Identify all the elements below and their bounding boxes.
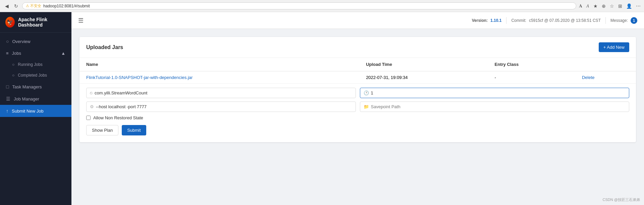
browser-icon-1[interactable]: 𝐀 [579, 3, 582, 9]
sidebar: 🦅 Apache Flink Dashboard ○ Overview ≡ Jo… [0, 12, 71, 205]
args-input-wrapper[interactable]: ⚙ [86, 101, 356, 112]
app-container: 🦅 Apache Flink Dashboard ○ Overview ≡ Jo… [0, 12, 644, 205]
sidebar-item-label-task-managers: Task Managers [12, 84, 42, 89]
reload-button[interactable]: ↻ [13, 3, 19, 9]
address-bar[interactable]: ⚠ 不安全 hadoop102:8081/#/submit [22, 2, 576, 9]
jar-name-link[interactable]: FlinkTutorial-1.0-SNAPSHOT-jar-with-depe… [86, 75, 193, 80]
commit-label: Commit: [511, 18, 526, 23]
message-label: Message: [610, 18, 628, 23]
version-value: 1.10.1 [490, 18, 501, 23]
allow-non-restored-label[interactable]: Allow Non Restored State [93, 115, 143, 120]
savepoint-input-wrapper[interactable]: 📁 [360, 101, 630, 112]
browser-icon-8[interactable]: ⋯ [636, 3, 641, 9]
savepoint-input[interactable] [371, 102, 626, 112]
hamburger-button[interactable]: ☰ [78, 17, 84, 24]
submit-form: ⎋ 🕐 ⚙ 📁 [79, 84, 636, 142]
entry-class-input-wrapper[interactable]: ⎋ [86, 88, 356, 98]
allow-non-restored-row: Allow Non Restored State [86, 115, 629, 120]
browser-icon-3[interactable]: ★ [593, 3, 598, 9]
security-warning: ⚠ 不安全 [26, 3, 41, 8]
main-content: ☰ Version: 1.10.1 Commit: c5915cf @ 07.0… [71, 12, 644, 205]
sidebar-item-submit-new-job[interactable]: ↑ Submit New Job [0, 105, 71, 117]
savepoint-icon: 📁 [364, 104, 369, 109]
show-plan-button[interactable]: Show Plan [86, 125, 118, 135]
add-new-button[interactable]: + Add New [599, 42, 629, 52]
jobs-chevron-icon: ▲ [61, 51, 65, 56]
table-header-row: Name Upload Time Entry Class [79, 58, 636, 71]
task-managers-icon: □ [6, 84, 9, 89]
browser-bar: ◀ ↻ ⚠ 不安全 hadoop102:8081/#/submit 𝐀 𝐴 ★ … [0, 0, 644, 12]
browser-icon-6[interactable]: ⊞ [618, 3, 622, 9]
job-manager-icon: ☰ [6, 96, 10, 101]
jobs-left: ≡ Jobs [6, 51, 21, 56]
sidebar-item-completed-jobs[interactable]: ○ Completed Jobs [0, 70, 71, 81]
version-label: Version: [472, 18, 488, 23]
args-savepoint-row: ⚙ 📁 [86, 101, 629, 112]
col-entry-class: Entry Class [488, 58, 575, 71]
col-name: Name [79, 58, 359, 71]
page-body: Uploaded Jars + Add New Name Upload Time… [71, 29, 644, 205]
header-right: Version: 1.10.1 Commit: c5915cf @ 07.05.… [472, 17, 637, 24]
browser-icon-5[interactable]: ☆ [610, 3, 614, 9]
sidebar-item-job-manager[interactable]: ☰ Job Manager [0, 93, 71, 105]
submit-button[interactable]: Submit [122, 125, 146, 135]
entry-class-row: ⎋ 🕐 [86, 88, 629, 98]
sidebar-item-label-running-jobs: Running Jobs [18, 62, 42, 67]
completed-jobs-icon: ○ [12, 73, 14, 78]
col-upload-time: Upload Time [359, 58, 488, 71]
args-input[interactable] [96, 102, 352, 112]
card-title: Uploaded Jars [86, 44, 123, 50]
col-action [575, 58, 636, 71]
url-text: hadoop102:8081/#/submit [43, 4, 90, 8]
browser-icon-4[interactable]: ⊕ [602, 3, 606, 9]
sidebar-item-label-overview: Overview [12, 39, 30, 44]
browser-icon-7[interactable]: 👤 [626, 3, 632, 9]
logo-text: Apache Flink Dashboard [18, 17, 66, 28]
sidebar-item-label-jobs: Jobs [12, 51, 21, 56]
message-badge[interactable]: 1 [631, 17, 637, 24]
sidebar-item-overview[interactable]: ○ Overview [0, 35, 71, 47]
uploaded-jars-card: Uploaded Jars + Add New Name Upload Time… [79, 37, 636, 142]
header-divider-1 [506, 17, 506, 24]
sidebar-item-jobs[interactable]: ≡ Jobs ▲ [0, 47, 71, 59]
args-icon: ⚙ [90, 104, 94, 109]
entry-class-icon: ⎋ [90, 90, 93, 95]
parallelism-input[interactable] [371, 88, 626, 98]
sidebar-item-task-managers[interactable]: □ Task Managers [0, 81, 71, 93]
entry-class-input[interactable] [95, 88, 352, 98]
jar-name-cell: FlinkTutorial-1.0-SNAPSHOT-jar-with-depe… [79, 71, 359, 84]
logo-icon: 🦅 [5, 17, 15, 28]
sidebar-item-label-submit-new-job: Submit New Job [12, 109, 44, 114]
parallelism-icon: 🕐 [364, 90, 369, 95]
browser-icon-2[interactable]: 𝐴 [586, 3, 589, 9]
allow-non-restored-checkbox[interactable] [86, 116, 91, 120]
top-header: ☰ Version: 1.10.1 Commit: c5915cf @ 07.0… [71, 12, 644, 29]
running-jobs-icon: ○ [12, 62, 14, 67]
action-cell: Delete [575, 71, 636, 84]
browser-right-icons: 𝐀 𝐴 ★ ⊕ ☆ ⊞ 👤 ⋯ [579, 3, 641, 9]
overview-icon: ○ [6, 39, 9, 44]
jobs-icon: ≡ [6, 51, 9, 56]
upload-time-cell: 2022-07-31, 19:09:34 [359, 71, 488, 84]
entry-class-cell: - [488, 71, 575, 84]
jar-table: Name Upload Time Entry Class FlinkTutori… [79, 58, 636, 84]
parallelism-input-wrapper[interactable]: 🕐 [360, 88, 630, 98]
header-divider-2 [605, 17, 606, 24]
sidebar-item-label-job-manager: Job Manager [14, 96, 39, 101]
commit-value: c5915cf @ 07.05.2020 @ 13:58:51 CST [529, 18, 601, 23]
sidebar-item-label-completed-jobs: Completed Jobs [18, 73, 47, 78]
sidebar-item-running-jobs[interactable]: ○ Running Jobs [0, 59, 71, 70]
action-buttons: Show Plan Submit [86, 125, 629, 135]
sidebar-nav: ○ Overview ≡ Jobs ▲ ○ Running Jobs ○ Com… [0, 33, 71, 205]
card-header: Uploaded Jars + Add New [79, 37, 636, 58]
sidebar-logo: 🦅 Apache Flink Dashboard [0, 12, 71, 33]
table-row: FlinkTutorial-1.0-SNAPSHOT-jar-with-depe… [79, 71, 636, 84]
back-button[interactable]: ◀ [3, 3, 10, 9]
submit-new-job-icon: ↑ [6, 108, 8, 114]
delete-button[interactable]: Delete [582, 75, 595, 80]
